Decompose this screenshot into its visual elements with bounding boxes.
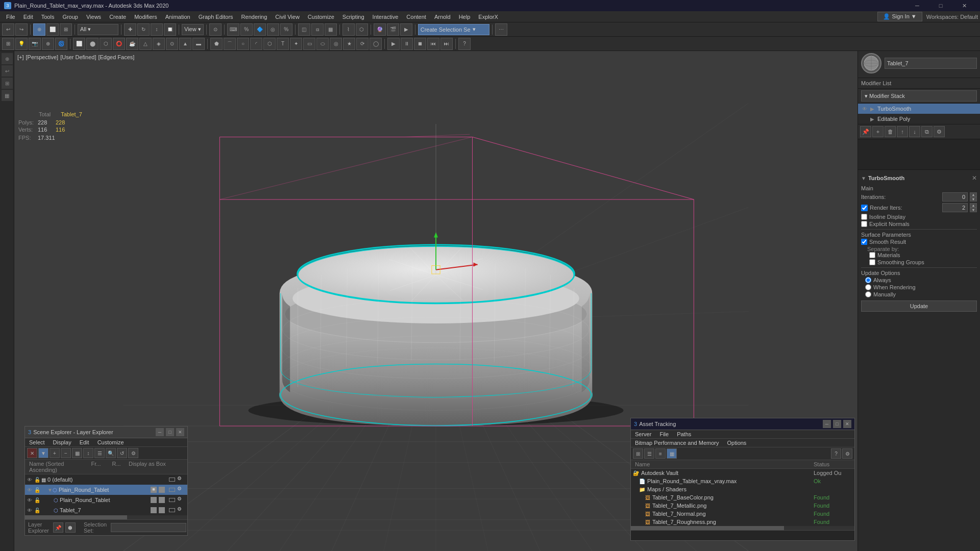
at-sub-options[interactable]: Options (723, 439, 750, 447)
mod-tb-add-btn[interactable]: + (872, 126, 884, 137)
se-maximize-btn[interactable]: □ (166, 428, 174, 436)
tb2-circle-btn[interactable]: ○ (237, 38, 249, 50)
se-close-btn[interactable]: ✕ (176, 428, 184, 436)
se-lock-icon-3[interactable]: 🔓 (34, 497, 41, 503)
tb2-question-btn[interactable]: ? (458, 38, 471, 50)
at-close-btn[interactable]: ✕ (843, 420, 851, 428)
menu-content[interactable]: Content (402, 11, 430, 22)
left-icon-2[interactable]: ↩ (2, 65, 13, 77)
at-minimize-btn[interactable]: ─ (823, 420, 831, 428)
schematic-btn[interactable]: ⬡ (356, 23, 368, 36)
tb2-line-btn[interactable]: ⌒ (224, 38, 236, 50)
modifier-editable-poly[interactable]: ▶ Editable Poly (858, 114, 980, 124)
tb2-egg-btn[interactable]: ◯ (370, 38, 382, 50)
close-button[interactable]: ✕ (952, 0, 976, 11)
menu-civil-view[interactable]: Civil View (271, 11, 303, 22)
mirror-btn[interactable]: ◫ (298, 23, 310, 36)
se-eye-icon-3[interactable]: 👁 (27, 497, 34, 503)
menu-views[interactable]: Views (82, 11, 105, 22)
use-pivot-btn[interactable]: ⊙ (209, 23, 222, 36)
select-region-btn[interactable]: ⬜ (46, 23, 59, 36)
asset-tracking-scrollbar[interactable] (631, 526, 854, 530)
se-lock-icon-2[interactable]: 🔓 (34, 487, 41, 493)
menu-rendering[interactable]: Rendering (237, 11, 272, 22)
mod-tb-settings-btn[interactable]: ⚙ (934, 126, 945, 137)
modifier-eye-icon[interactable]: 👁 (861, 105, 868, 112)
at-row-roughness[interactable]: 🖼 Tablet_7_Roughness.png Found (631, 518, 854, 526)
explicit-normals-checkbox[interactable] (861, 221, 867, 227)
tb2-pyramid-btn[interactable]: ▲ (179, 38, 191, 50)
se-eye-icon-2[interactable]: 👁 (27, 487, 34, 493)
tb2-arc-btn[interactable]: ◜ (250, 38, 262, 50)
undo-button[interactable]: ↩ (2, 23, 14, 36)
menu-customize[interactable]: Customize (304, 11, 338, 22)
tb2-cone-btn[interactable]: △ (139, 38, 152, 50)
at-tb-help-btn[interactable]: ? (831, 448, 841, 459)
object-name-input[interactable] (885, 58, 977, 69)
menu-create[interactable]: Create (105, 11, 130, 22)
se-eye-icon[interactable]: 👁 (27, 477, 34, 483)
menu-animation[interactable]: Animation (161, 11, 194, 22)
at-row-basecolor[interactable]: 🖼 Tablet_7_BaseColor.png Found (631, 493, 854, 502)
tb2-prev-btn[interactable]: ⏮ (427, 38, 439, 50)
percent-snap2-btn[interactable]: % (280, 23, 292, 36)
tb2-text-btn[interactable]: T (277, 38, 289, 50)
menu-tools[interactable]: Tools (37, 11, 59, 22)
at-tb-large-icon-btn[interactable]: ▦ (667, 448, 677, 459)
tb2-tube-btn[interactable]: ⊙ (166, 38, 178, 50)
render-iters-up-btn[interactable]: ▲ (970, 203, 977, 208)
mod-tb-down-btn[interactable]: ↓ (909, 126, 920, 137)
reference-coord-btn[interactable]: 🔲 (164, 23, 176, 36)
tb2-star-btn[interactable]: ★ (343, 38, 355, 50)
at-menu-paths[interactable]: Paths (673, 430, 695, 438)
at-row-normal[interactable]: 🖼 Tablet_7_Normal.png Found (631, 510, 854, 518)
se-lock-icon-4[interactable]: 🔓 (34, 508, 41, 513)
se-minimize-btn[interactable]: ─ (156, 428, 164, 436)
iterations-up-btn[interactable]: ▲ (970, 192, 977, 197)
curve-editor-btn[interactable]: ⌇ (342, 23, 355, 36)
minimize-button[interactable]: ─ (905, 0, 929, 11)
tb2-teapot-btn[interactable]: ☕ (126, 38, 138, 50)
iterations-down-btn[interactable]: ▼ (970, 197, 977, 202)
tb2-light-btn[interactable]: 💡 (15, 38, 28, 50)
menu-file[interactable]: File (2, 11, 19, 22)
render-btn[interactable]: ▶ (400, 23, 412, 36)
se-tb-delete-btn[interactable]: − (61, 448, 71, 458)
menu-modifiers[interactable]: Modifiers (130, 11, 161, 22)
at-maximize-btn[interactable]: □ (833, 420, 841, 428)
tb2-rect-btn[interactable]: ▭ (303, 38, 315, 50)
left-icon-4[interactable]: ▦ (2, 90, 13, 101)
tb2-next-btn[interactable]: ⏭ (440, 38, 453, 50)
create-selection-dropdown[interactable]: Create Selection Se ▾ (418, 24, 489, 35)
tb2-pause-btn[interactable]: ⏸ (401, 38, 413, 50)
material-editor-btn[interactable]: 🔮 (374, 23, 386, 36)
menu-scripting[interactable]: Scripting (338, 11, 369, 22)
tb2-box-btn[interactable]: ⬜ (73, 38, 85, 50)
tb2-cylinder-btn[interactable]: ⬡ (100, 38, 112, 50)
render-iters-down-btn[interactable]: ▼ (970, 208, 977, 212)
render-setup-btn[interactable]: 🎬 (387, 23, 399, 36)
se-tb-move-btn[interactable]: ↕ (83, 448, 93, 458)
redo-button[interactable]: ↪ (15, 23, 28, 36)
tb2-helix-btn[interactable]: ⟳ (356, 38, 369, 50)
select-object-btn[interactable]: ⊕ (33, 23, 45, 36)
se-tb-list-btn[interactable]: ☰ (94, 448, 105, 458)
se-footer-icon-2[interactable]: ⬢ (65, 522, 76, 533)
se-tb-layer-btn[interactable]: ▦ (72, 448, 82, 458)
menu-group[interactable]: Group (58, 11, 82, 22)
se-menu-customize[interactable]: Customize (93, 438, 128, 446)
asset-tracking-scroll-thumb[interactable] (631, 526, 784, 530)
materials-checkbox[interactable] (869, 252, 875, 258)
percent-snap-btn[interactable]: % (240, 23, 253, 36)
se-menu-select[interactable]: Select (25, 438, 49, 446)
viewport-shading[interactable]: [Edged Faces] (98, 54, 134, 60)
always-radio[interactable] (865, 277, 871, 283)
left-icon-3[interactable]: ⊞ (2, 78, 13, 89)
at-tb-grid-btn[interactable]: ⊞ (633, 448, 643, 459)
snap-toggle-btn[interactable]: 🔷 (254, 23, 266, 36)
maximize-button[interactable]: □ (929, 0, 952, 11)
se-row-default-layer[interactable]: 👁 🔓 ▦ 0 (default) ⚙ (25, 474, 187, 485)
at-menu-file[interactable]: File (655, 430, 673, 438)
se-menu-display[interactable]: Display (49, 438, 76, 446)
se-settings-icon-4[interactable]: ⚙ (177, 506, 185, 514)
